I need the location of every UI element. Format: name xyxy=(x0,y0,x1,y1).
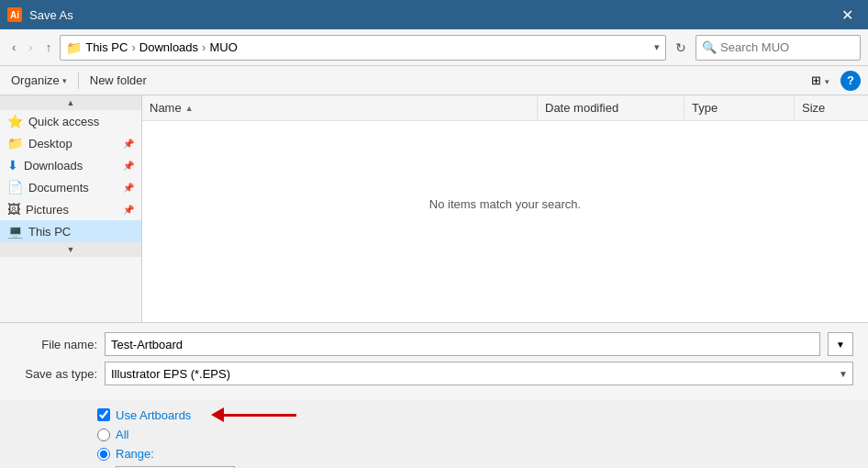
pin-icon: 📌 xyxy=(123,183,134,193)
file-list: Name ▲ Date modified Type Size No items … xyxy=(142,95,868,322)
sidebar-item-quick-access[interactable]: ⭐ Quick access xyxy=(0,110,141,132)
view-button[interactable]: ⊞ ▾ xyxy=(807,72,833,89)
use-artboards-label[interactable]: Use Artboards xyxy=(116,408,191,422)
sidebar-item-label: Desktop xyxy=(28,137,72,150)
all-radio[interactable] xyxy=(97,429,110,441)
pin-icon: 📌 xyxy=(123,205,134,215)
help-button[interactable]: ? xyxy=(840,71,861,91)
all-option-row: All xyxy=(97,428,853,441)
breadcrumb-muo[interactable]: MUO xyxy=(209,40,237,54)
use-artboards-checkbox[interactable] xyxy=(97,408,110,421)
new-folder-button[interactable]: New folder xyxy=(86,72,150,89)
sidebar-item-desktop[interactable]: 📁 Desktop 📌 xyxy=(0,132,141,154)
file-list-header: Name ▲ Date modified Type Size xyxy=(142,95,868,121)
filename-row: File name: ▼ xyxy=(15,332,853,356)
ai-icon: Ai xyxy=(7,7,22,22)
action-bar: Organize ▾ New folder ⊞ ▾ ? xyxy=(0,66,868,95)
folder-icon: 📁 xyxy=(66,40,82,55)
sidebar-item-pictures[interactable]: 🖼 Pictures 📌 xyxy=(0,198,141,220)
sidebar-item-label: This PC xyxy=(28,225,71,239)
arrow-head xyxy=(211,407,224,422)
title-bar: Ai Save As ✕ xyxy=(0,0,868,29)
main-content: ▲ ⭐ Quick access 📁 Desktop 📌 ⬇ Downloads… xyxy=(0,95,868,323)
sidebar-scroll-up[interactable]: ▲ xyxy=(0,95,141,110)
range-radio[interactable] xyxy=(97,448,110,461)
empty-message: No items match your search. xyxy=(142,121,868,286)
forward-button[interactable]: › xyxy=(24,38,37,57)
filename-label: File name: xyxy=(15,338,97,351)
arrow-indicator xyxy=(211,407,296,422)
toolbar: ‹ › ↑ 📁 This PC › Downloads › MUO ▾ ↻ 🔍 xyxy=(0,29,868,66)
new-folder-label: New folder xyxy=(90,73,147,87)
column-size[interactable]: Size xyxy=(795,95,868,120)
search-input[interactable] xyxy=(720,40,849,54)
breadcrumb-thispc[interactable]: This PC xyxy=(85,40,128,54)
sidebar-item-label: Documents xyxy=(28,181,89,195)
column-name[interactable]: Name ▲ xyxy=(142,95,538,120)
up-button[interactable]: ↑ xyxy=(41,38,57,57)
sort-arrow: ▲ xyxy=(185,104,194,113)
sidebar: ▲ ⭐ Quick access 📁 Desktop 📌 ⬇ Downloads… xyxy=(0,95,142,322)
search-box: 🔍 xyxy=(696,35,861,61)
pin-icon: 📌 xyxy=(123,139,134,149)
dropdown-arrow-icon: ▼ xyxy=(836,340,845,350)
sidebar-item-label: Downloads xyxy=(24,159,83,173)
address-dropdown-icon[interactable]: ▾ xyxy=(654,41,660,53)
savetype-select[interactable]: Illustrator EPS (*.EPS) xyxy=(105,362,853,385)
view-dropdown-icon: ▾ xyxy=(825,77,829,86)
breadcrumb-downloads[interactable]: Downloads xyxy=(139,40,198,54)
refresh-button[interactable]: ↻ xyxy=(670,38,692,58)
pictures-icon: 🖼 xyxy=(7,202,20,217)
filename-dropdown-button[interactable]: ▼ xyxy=(828,332,853,356)
organize-dropdown-icon: ▾ xyxy=(62,76,67,85)
view-icon: ⊞ xyxy=(811,73,821,87)
savetype-label: Save as type: xyxy=(15,367,97,381)
all-label[interactable]: All xyxy=(116,428,128,441)
title-bar-text: Save As xyxy=(29,8,73,22)
savetype-select-wrapper: Illustrator EPS (*.EPS) ▼ xyxy=(105,362,853,385)
savetype-row: Save as type: Illustrator EPS (*.EPS) ▼ xyxy=(15,362,853,385)
documents-icon: 📄 xyxy=(7,180,23,195)
download-icon: ⬇ xyxy=(7,158,18,173)
sidebar-item-label: Quick access xyxy=(28,115,99,128)
sidebar-item-downloads[interactable]: ⬇ Downloads 📌 xyxy=(0,154,141,176)
form-area: File name: ▼ Save as type: Illustrator E… xyxy=(0,323,868,400)
organize-label: Organize xyxy=(11,73,60,87)
filename-input[interactable] xyxy=(105,332,820,356)
close-button[interactable]: ✕ xyxy=(834,3,861,28)
range-option-row: Range: xyxy=(97,447,853,461)
address-bar[interactable]: 📁 This PC › Downloads › MUO ▾ xyxy=(60,35,666,61)
arrow-line xyxy=(223,414,296,417)
title-bar-left: Ai Save As xyxy=(7,7,73,22)
options-area: Use Artboards All Range: xyxy=(0,400,868,468)
column-date[interactable]: Date modified xyxy=(538,95,684,120)
pc-icon: 💻 xyxy=(7,224,23,239)
sidebar-item-label: Pictures xyxy=(26,203,69,217)
sidebar-scroll-down[interactable]: ▼ xyxy=(0,242,141,257)
folder-icon: 📁 xyxy=(7,136,23,150)
sidebar-item-documents[interactable]: 📄 Documents 📌 xyxy=(0,176,141,198)
sidebar-item-this-pc[interactable]: 💻 This PC xyxy=(0,220,141,242)
back-button[interactable]: ‹ xyxy=(7,38,20,57)
breadcrumb: This PC › Downloads › MUO xyxy=(85,40,238,54)
range-label[interactable]: Range: xyxy=(116,447,154,461)
separator xyxy=(78,72,79,89)
column-type[interactable]: Type xyxy=(684,95,795,120)
star-icon: ⭐ xyxy=(7,114,23,128)
pin-icon: 📌 xyxy=(123,161,134,171)
search-icon: 🔍 xyxy=(702,40,717,54)
use-artboards-row: Use Artboards xyxy=(97,407,853,422)
organize-button[interactable]: Organize ▾ xyxy=(7,72,71,89)
